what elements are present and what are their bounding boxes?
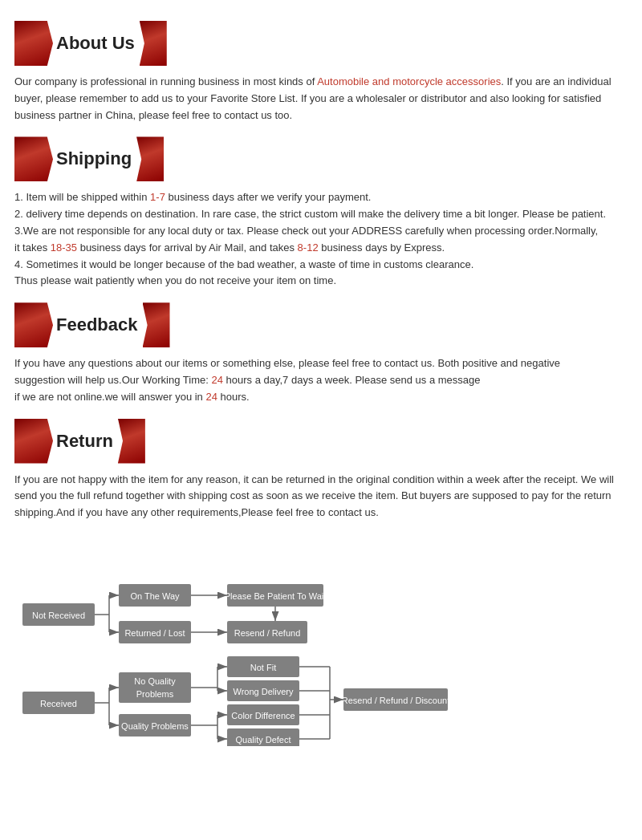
flow-diagram: Not Received On The Way Returned / Lost …	[14, 554, 628, 746]
shipping-text: 1. Item will be shipped within 1-7 busin…	[14, 189, 628, 290]
node-wrong-delivery: Wrong Delivery	[234, 687, 294, 696]
node-quality-problems: Quality Problems	[121, 721, 189, 731]
about-highlight: Automobile and motorcycle accessories	[317, 75, 501, 87]
feedback-ribbon: Feedback	[14, 302, 170, 347]
node-returned-lost: Returned / Lost	[124, 628, 185, 638]
return-ribbon-left	[14, 419, 53, 464]
return-ribbon-right	[118, 419, 145, 464]
about-us-ribbon: About Us	[14, 21, 167, 66]
about-us-text: Our company is professional in running b…	[14, 74, 628, 124]
return-title: Return	[53, 431, 118, 452]
shipping-item-3: 3.We are not responsible for any local d…	[14, 223, 628, 257]
feedback-hours-1: 24	[211, 374, 222, 386]
shipping-title: Shipping	[53, 148, 136, 169]
feedback-text: If you have any questions about our item…	[14, 355, 628, 405]
shipping-item-2: 2. delivery time depends on destination.…	[14, 206, 628, 223]
shipping-days-1: 1-7	[150, 191, 165, 203]
shipping-days-3: 8-12	[298, 241, 319, 254]
shipping-item-4: 4. Sometimes it would be longer because …	[14, 257, 628, 274]
feedback-hours-2: 24	[205, 391, 217, 403]
about-text-pre: Our company is professional in running b…	[14, 75, 317, 87]
node-quality-defect: Quality Defect	[235, 735, 291, 745]
flow-svg: Not Received On The Way Returned / Lost …	[14, 554, 624, 746]
node-color-diff: Color Difference	[231, 711, 295, 720]
node-please-patient: Please Be Patient To Wait	[225, 591, 327, 601]
ribbon-right-arrow	[140, 21, 167, 66]
about-us-header: About Us	[14, 21, 628, 66]
feedback-ribbon-left	[14, 302, 53, 347]
feedback-title: Feedback	[53, 314, 143, 335]
node-not-fit: Not Fit	[250, 663, 276, 672]
node-no-quality-2: Problems	[136, 689, 174, 699]
node-no-quality: No Quality	[134, 676, 176, 686]
ribbon-left-arrow	[14, 21, 53, 66]
feedback-header: Feedback	[14, 302, 628, 347]
node-on-the-way: On The Way	[130, 591, 180, 601]
feedback-ribbon-right	[143, 302, 170, 347]
shipping-ribbon: Shipping	[14, 136, 164, 181]
node-not-received: Not Received	[32, 611, 85, 620]
shipping-ribbon-right	[136, 136, 164, 181]
node-received: Received	[40, 699, 77, 708]
shipping-days-2: 18-35	[51, 241, 77, 254]
return-text: If you are not happy with the item for a…	[14, 472, 628, 521]
node-resend-refund-discount: Resend / Refund / Discount	[342, 696, 450, 705]
about-us-title: About Us	[53, 33, 140, 54]
shipping-ribbon-left	[14, 136, 53, 181]
return-header: Return	[14, 419, 628, 464]
shipping-item-1: 1. Item will be shipped within 1-7 busin…	[14, 189, 628, 206]
page-wrapper: About Us Our company is professional in …	[0, 0, 642, 754]
shipping-item-5: Thus please wait patiently when you do n…	[14, 273, 628, 290]
node-resend-refund: Resend / Refund	[234, 628, 301, 638]
return-ribbon: Return	[14, 419, 145, 464]
shipping-header: Shipping	[14, 136, 628, 181]
